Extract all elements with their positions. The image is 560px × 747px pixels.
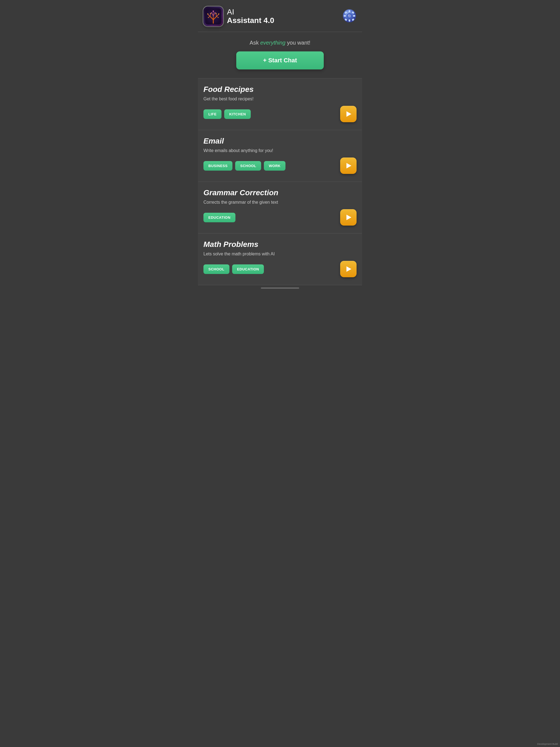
category-tags-food-recipes: LIFEKITCHEN <box>203 109 251 119</box>
category-section-email: EmailWrite emails about anything for you… <box>198 130 362 182</box>
category-title-food-recipes: Food Recipes <box>203 85 357 94</box>
svg-point-14 <box>207 14 208 15</box>
hero-text: Ask everything you want! <box>203 40 357 46</box>
category-desc-email: Write emails about anything for you! <box>203 148 357 153</box>
bottom-bar <box>198 285 362 292</box>
play-icon-math-problems <box>347 266 351 272</box>
svg-point-21 <box>208 17 209 18</box>
category-section-math-problems: Math ProblemsLets solve the math problem… <box>198 233 362 285</box>
play-icon-grammar-correction <box>347 215 351 220</box>
svg-point-22 <box>218 17 219 18</box>
category-desc-math-problems: Lets solve the math problems with AI <box>203 252 357 256</box>
svg-point-19 <box>214 12 215 14</box>
play-button-math-problems[interactable] <box>340 261 357 277</box>
svg-rect-24 <box>349 10 350 12</box>
category-tags-math-problems: SCHOOLEDUCATION <box>203 264 264 274</box>
category-tags-grammar-correction: EDUCATION <box>203 213 235 222</box>
tag-life[interactable]: LIFE <box>203 109 222 119</box>
start-chat-button[interactable]: + Start Chat <box>236 51 324 70</box>
tag-school[interactable]: SCHOOL <box>235 161 261 171</box>
home-indicator <box>261 287 299 289</box>
category-desc-food-recipes: Get the best food recipes! <box>203 97 357 101</box>
svg-point-17 <box>215 13 217 14</box>
app-title-line2: Assistant 4.0 <box>227 17 274 25</box>
app-header: AI Assistant 4.0 <box>198 0 362 32</box>
play-button-food-recipes[interactable] <box>340 106 357 122</box>
svg-point-15 <box>210 13 211 14</box>
tag-education[interactable]: EDUCATION <box>203 213 235 222</box>
category-tags-email: BUSINESSSCHOOLWORK <box>203 161 285 171</box>
hero-section: Ask everything you want! + Start Chat <box>198 32 362 78</box>
category-row-food-recipes: LIFEKITCHEN <box>203 106 357 122</box>
app-title-line1: AI <box>227 8 274 17</box>
svg-rect-25 <box>349 19 350 22</box>
category-title-grammar-correction: Grammar Correction <box>203 188 357 197</box>
app-icon <box>203 6 223 26</box>
header-left: AI Assistant 4.0 <box>203 6 274 26</box>
tag-work[interactable]: WORK <box>264 161 285 171</box>
category-section-food-recipes: Food RecipesGet the best food recipes!LI… <box>198 78 362 130</box>
svg-rect-27 <box>353 15 355 17</box>
categories-container: Food RecipesGet the best food recipes!LI… <box>198 78 362 285</box>
play-icon-food-recipes <box>347 111 351 117</box>
svg-rect-26 <box>344 15 346 17</box>
tag-kitchen[interactable]: KITCHEN <box>224 109 251 119</box>
category-desc-grammar-correction: Corrects the grammar of the given text <box>203 200 357 205</box>
category-row-email: BUSINESSSCHOOLWORK <box>203 157 357 174</box>
category-title-email: Email <box>203 137 357 146</box>
svg-point-18 <box>211 12 212 14</box>
play-button-email[interactable] <box>340 157 357 174</box>
category-row-math-problems: SCHOOLEDUCATION <box>203 261 357 277</box>
tag-education[interactable]: EDUCATION <box>232 264 264 274</box>
svg-point-20 <box>213 11 214 12</box>
play-icon-email <box>347 163 351 169</box>
category-title-math-problems: Math Problems <box>203 240 357 249</box>
settings-icon[interactable] <box>342 9 357 24</box>
category-row-grammar-correction: EDUCATION <box>203 209 357 226</box>
play-button-grammar-correction[interactable] <box>340 209 357 226</box>
svg-point-16 <box>218 14 219 15</box>
tag-business[interactable]: BUSINESS <box>203 161 232 171</box>
app-title: AI Assistant 4.0 <box>227 8 274 25</box>
hero-highlight: everything <box>260 40 285 46</box>
svg-point-34 <box>348 15 349 16</box>
tag-school[interactable]: SCHOOL <box>203 264 229 274</box>
category-section-grammar-correction: Grammar CorrectionCorrects the grammar o… <box>198 182 362 233</box>
